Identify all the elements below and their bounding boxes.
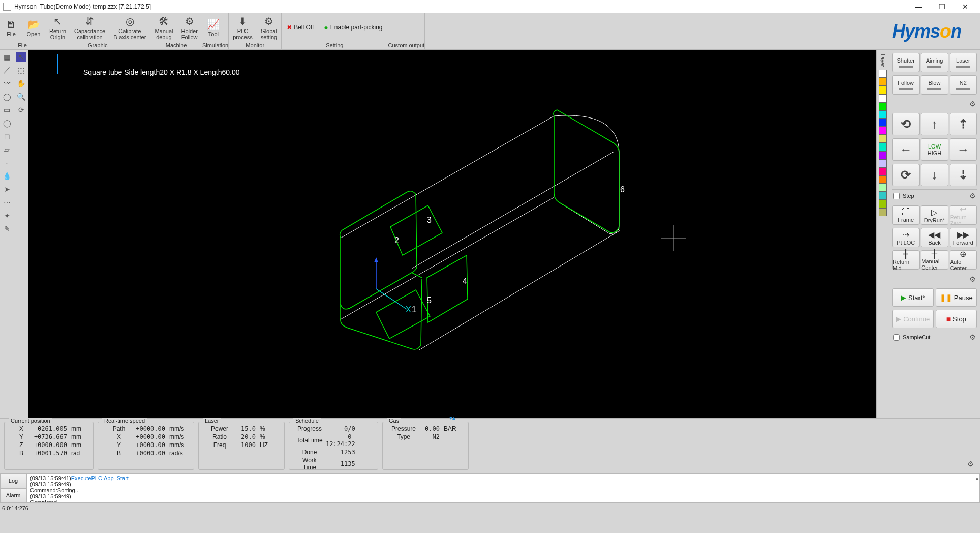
auto-center-button[interactable]: ⊕Auto Center [950, 250, 977, 270]
line-icon[interactable]: ／ [2, 65, 12, 75]
arrow-tool-icon[interactable]: ➤ [2, 184, 12, 194]
log-content[interactable]: ▴ (09/13 15:59:41)ExecutePLC:App_Start(0… [26, 473, 980, 502]
n2-button[interactable]: N2 [950, 75, 977, 95]
polygon-icon[interactable]: ◻ [2, 131, 12, 141]
gear-icon[interactable]: ⚙ [969, 275, 976, 283]
return-origin-button[interactable]: ↖Return Origin [45, 13, 70, 42]
return-mid-button[interactable]: ╂Return Mid [892, 250, 920, 270]
layer-swatch[interactable] [879, 184, 887, 192]
jog-down-button[interactable]: ↓ [921, 164, 948, 186]
stop-button[interactable]: ■Stop [936, 310, 977, 328]
holder-follow-button[interactable]: ⚙Holder Follow [177, 13, 201, 42]
hand-icon[interactable]: ✋ [16, 78, 26, 88]
blow-button[interactable]: Blow [921, 75, 948, 95]
layer-swatch[interactable] [879, 86, 887, 94]
frame-button[interactable]: ⛶Frame [892, 205, 920, 225]
dots-icon[interactable]: ⋯ [2, 197, 12, 208]
jog-rotate-cw-button[interactable]: ⟳ [892, 164, 920, 186]
jog-right-button[interactable]: → [950, 138, 977, 161]
return-zero-button[interactable]: ↩Return Zero [950, 205, 977, 225]
samplecut-label: SampleCut [903, 334, 930, 340]
curve-icon[interactable]: 〰 [2, 78, 12, 88]
jog-up-button[interactable]: ↑ [921, 113, 948, 135]
gear-icon[interactable]: ⚙ [967, 460, 974, 468]
grid-icon[interactable]: ▦ [2, 52, 12, 62]
jog-left-button[interactable]: ← [892, 138, 920, 161]
continue-button[interactable]: ▶Continue [892, 310, 934, 328]
back-button[interactable]: ◀◀Back [921, 228, 948, 247]
samplecut-checkbox[interactable] [893, 334, 900, 341]
gear-icon[interactable]: ⚙ [969, 333, 976, 341]
zoom-icon[interactable]: 🔍 [16, 92, 26, 102]
follow-button[interactable]: Follow [892, 75, 920, 95]
ribbon-group-caption: Setting [282, 42, 387, 49]
layer-swatch[interactable] [879, 78, 887, 86]
dryrun--button[interactable]: ▷DryRun* [921, 205, 948, 225]
maximize-button[interactable]: ❐ [930, 0, 954, 13]
drop-icon[interactable]: 💧 [2, 171, 12, 181]
layer-swatch[interactable] [879, 200, 887, 208]
enable-part-picking-button[interactable]: ●Enable part-picking [319, 23, 387, 32]
gear-icon[interactable]: ⚙ [969, 100, 976, 108]
ellipse-icon[interactable]: ◯ [2, 118, 12, 128]
layer-swatch[interactable] [879, 94, 887, 102]
select-icon[interactable]: ⬚ [16, 65, 26, 75]
target2-icon[interactable]: ✦ [2, 211, 12, 221]
control-panel: ShutterAimingLaser FollowBlowN2 ⚙ ⟲ ↑ ⇡ … [889, 50, 980, 418]
wrench-icon: 🛠 [157, 15, 170, 28]
brand-logo: Hymson [873, 13, 980, 49]
log-tab[interactable]: Log [0, 473, 26, 488]
tool-button[interactable]: 📈Tool [202, 13, 225, 42]
scroll-up-icon[interactable]: ▴ [976, 475, 978, 481]
pointer-icon[interactable]: ↖ [16, 52, 26, 62]
rotate-icon[interactable]: ⟳ [16, 105, 26, 115]
pen-icon[interactable]: ✎ [2, 224, 12, 234]
splitter-handle[interactable]: ▾▴ [449, 414, 455, 421]
layer-swatch[interactable] [879, 175, 887, 184]
forward-button[interactable]: ▶▶Forward [950, 228, 977, 247]
rect-icon[interactable]: ▭ [2, 105, 12, 115]
pause-button[interactable]: ❚❚Pause [936, 288, 977, 307]
pt-loc-button[interactable]: ⇢Pt LOC [892, 228, 920, 247]
shutter-button[interactable]: Shutter [892, 53, 920, 72]
viewport-canvas[interactable]: Square tube Side length20 X R1.8 X Lengt… [28, 50, 876, 418]
laser-button[interactable]: Laser [950, 53, 977, 72]
manual-debug-button[interactable]: 🛠Manual debug [150, 13, 177, 42]
layer-swatch[interactable] [879, 70, 887, 78]
jog-rotate-ccw-button[interactable]: ⟲ [892, 113, 920, 135]
jog-z-up-button[interactable]: ⇡ [950, 113, 977, 135]
layer-swatch[interactable] [879, 119, 887, 127]
manual-center-button[interactable]: ┼Manual Center [921, 250, 948, 270]
global-setting-button[interactable]: ⚙Global setting [257, 13, 281, 42]
layer-swatch[interactable] [879, 192, 887, 200]
plc-process-button[interactable]: ⬇PLC process [229, 13, 257, 42]
capacitance-cal-button[interactable]: ⇵Capacitance calibration [70, 13, 109, 42]
jog-z-down-button[interactable]: ⇣ [950, 164, 977, 186]
close-button[interactable]: ✕ [954, 0, 977, 13]
layer-swatch[interactable] [879, 102, 887, 110]
layer-swatch[interactable] [879, 167, 887, 175]
layer-swatch[interactable] [879, 159, 887, 167]
minimize-button[interactable]: — [907, 0, 930, 13]
circle-icon[interactable]: ◯ [2, 92, 12, 102]
layer-swatch[interactable] [879, 110, 887, 119]
layer-swatch[interactable] [879, 135, 887, 143]
layer-swatch[interactable] [879, 151, 887, 159]
bell-off-button[interactable]: ✖Bell Off [282, 24, 319, 31]
step-checkbox[interactable] [893, 193, 900, 199]
gear-icon[interactable]: ⚙ [969, 192, 976, 200]
ribbon-group-caption: Simulation [202, 42, 228, 49]
aiming-button[interactable]: Aiming [921, 53, 948, 72]
layer-swatch[interactable] [879, 127, 887, 135]
speed-toggle-button[interactable]: LOWHIGH [921, 138, 948, 161]
point-icon[interactable]: · [2, 158, 12, 168]
open-button[interactable]: 📂Open [22, 13, 45, 42]
calibrate-baxis-button[interactable]: ◎Calibrate B-axis center [109, 13, 150, 42]
shape-icon[interactable]: ▱ [2, 144, 12, 155]
layer-swatch[interactable] [879, 208, 887, 216]
layer-swatch[interactable] [879, 143, 887, 151]
file-button[interactable]: 🗎File [0, 13, 22, 42]
start-button[interactable]: ▶Start* [892, 288, 934, 307]
alarm-tab[interactable]: Alarm [0, 488, 26, 503]
svg-text:4: 4 [463, 277, 467, 285]
